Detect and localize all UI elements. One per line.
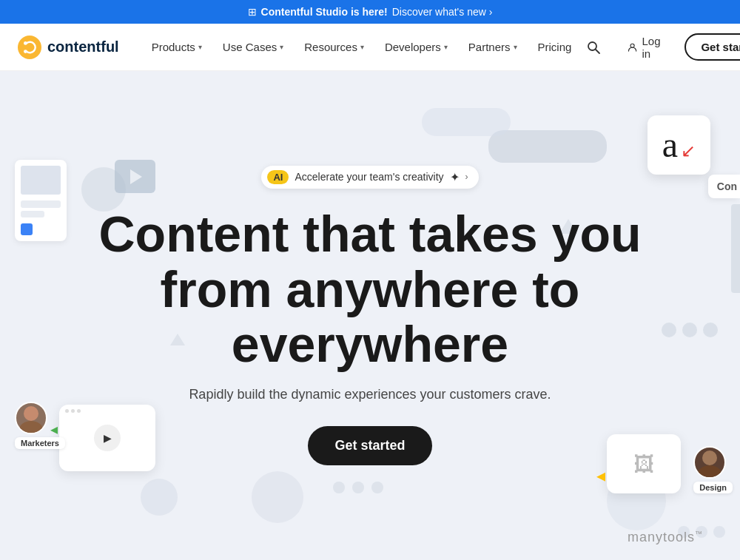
nav-actions: Log in Get started: [580, 29, 740, 66]
letter-card: a ↙: [648, 115, 710, 175]
deco-doc-card: [15, 160, 67, 241]
sparkle-icon: ✦: [450, 170, 460, 184]
navbar: contentful Products ▾ Use Cases ▾ Resour…: [0, 24, 740, 71]
deco-doc-line: [21, 211, 44, 218]
nav-item-pricing[interactable]: Pricing: [529, 35, 581, 59]
svg-point-6: [24, 406, 38, 421]
marketers-label: Marketers: [15, 437, 65, 449]
deco-pill-top: [488, 130, 607, 163]
svg-point-0: [18, 36, 41, 59]
search-icon: [586, 40, 601, 55]
deco-circle: [703, 323, 718, 337]
manytools-watermark: manytools™: [628, 530, 703, 545]
svg-point-9: [698, 465, 722, 479]
image-card: 🖼: [607, 434, 681, 493]
dot: [65, 409, 69, 413]
deco-circle: [682, 323, 697, 337]
svg-point-3: [588, 42, 596, 50]
deco-big-circle-left: [141, 479, 178, 516]
svg-line-4: [596, 50, 599, 53]
deco-play-triangle: [130, 169, 142, 184]
banner-bold-text: Contentful Studio is here!: [261, 6, 388, 18]
search-button[interactable]: [580, 34, 607, 61]
logo-text: contentful: [47, 38, 119, 55]
deco-circle: [371, 482, 383, 493]
chevron-down-icon: ▾: [514, 43, 517, 51]
designer-avatar-image: [693, 446, 726, 479]
svg-point-8: [702, 451, 717, 465]
dot: [77, 409, 81, 413]
deco-doc-line: [21, 200, 61, 208]
deco-blue-square: [21, 223, 33, 235]
nav-links: Products ▾ Use Cases ▾ Resources ▾ Devel…: [143, 35, 581, 59]
nav-item-products[interactable]: Products ▾: [143, 35, 211, 59]
login-button[interactable]: Log in: [616, 29, 676, 66]
svg-point-1: [24, 41, 27, 45]
chevron-down-icon: ▾: [198, 43, 202, 51]
nav-item-developers[interactable]: Developers ▾: [376, 35, 457, 59]
nav-item-use-cases[interactable]: Use Cases ▾: [214, 35, 292, 59]
dot: [71, 409, 75, 413]
ai-badge-text: Accelerate your team's creativity: [295, 171, 443, 183]
deco-pill-2: [422, 108, 511, 136]
designer-label: Design: [693, 482, 733, 493]
deco-circle: [662, 323, 676, 337]
hero-cta-button[interactable]: Get started: [308, 426, 431, 465]
banner-icon: ⊞: [248, 6, 257, 18]
nav-item-resources[interactable]: Resources ▾: [295, 35, 373, 59]
deco-big-circle-mid: [252, 471, 303, 523]
chevron-down-icon: ▾: [444, 43, 448, 51]
deco-video-shape: [115, 160, 155, 193]
deco-rect-right: [731, 204, 740, 293]
hero-title: Content that takes you from anywhere to …: [99, 206, 642, 372]
letter-a-text: a: [662, 127, 678, 163]
play-card-header-dots: [65, 409, 81, 413]
cursor-arrow-icon: ↙: [681, 141, 696, 161]
avatar-person-icon: [16, 402, 46, 434]
hero-subtitle: Rapidly build the dynamic experiences yo…: [189, 387, 551, 402]
logo[interactable]: contentful: [18, 36, 119, 59]
banner-link[interactable]: Discover what's new ›: [392, 6, 493, 18]
nav-item-partners[interactable]: Partners ▾: [460, 35, 526, 59]
contentful-logo-icon: [18, 36, 41, 59]
con-text: Con: [708, 175, 740, 198]
marketers-avatar: Marketers: [15, 402, 65, 449]
designer-avatar: Design: [693, 446, 733, 493]
play-button[interactable]: ▶: [94, 425, 121, 451]
deco-circle: [333, 482, 345, 493]
deco-circles-right: [662, 323, 718, 337]
top-banner: ⊞ Contentful Studio is here! Discover wh…: [0, 0, 740, 24]
arrow-yellow-icon: ◂: [596, 465, 605, 486]
designer-person-icon: [695, 446, 724, 479]
deco-circle: [713, 526, 725, 538]
avatar-image: [15, 402, 47, 434]
ai-label: AI: [267, 170, 289, 184]
svg-point-2: [24, 50, 27, 53]
ai-badge[interactable]: AI Accelerate your team's creativity ✦ ›: [261, 166, 478, 189]
image-icon: 🖼: [633, 452, 654, 476]
banner-arrow: ›: [489, 6, 493, 18]
hero-section: a ↙ Con ▶ ◂ Marketers 🖼 ◂: [0, 71, 740, 560]
chevron-down-icon: ▾: [360, 43, 364, 51]
deco-circles-bottom-center: [333, 482, 383, 493]
svg-point-7: [19, 421, 43, 434]
deco-circle: [352, 482, 364, 493]
deco-doc-image: [21, 166, 61, 195]
play-card: ▶: [59, 405, 155, 471]
chevron-down-icon: ▾: [280, 43, 283, 51]
chevron-right-icon: ›: [465, 172, 468, 182]
get-started-nav-button[interactable]: Get started: [684, 33, 740, 61]
user-icon: [628, 41, 637, 54]
